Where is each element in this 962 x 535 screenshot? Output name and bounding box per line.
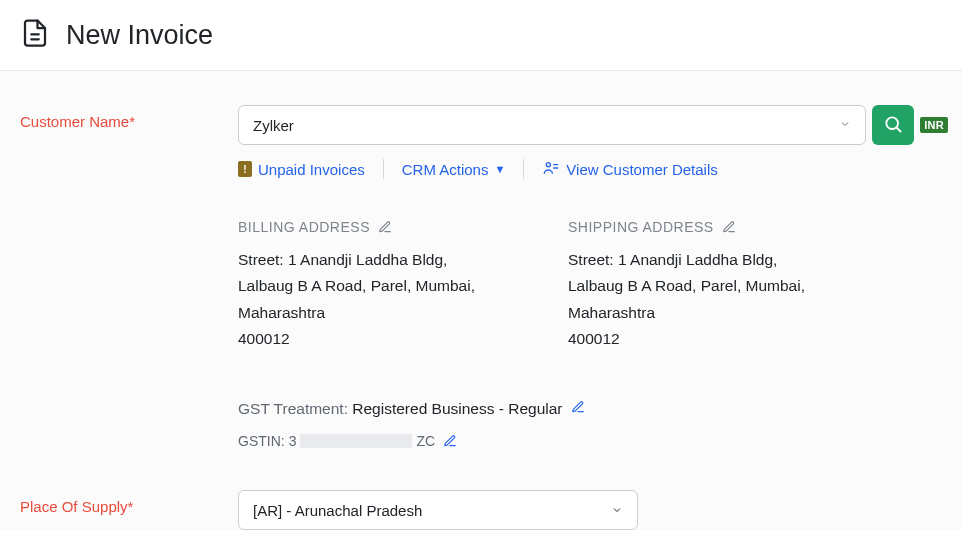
- billing-address-block: BILLING ADDRESS Street: 1 Anandji Laddha…: [238, 219, 508, 352]
- crm-actions-dropdown[interactable]: CRM Actions ▼: [384, 161, 524, 178]
- place-of-supply-row: Place Of Supply* [AR] - Arunachal Prades…: [20, 490, 948, 530]
- view-customer-details-label: View Customer Details: [566, 161, 717, 178]
- place-of-supply-label: Place Of Supply*: [20, 498, 133, 515]
- gst-treatment-value: Registered Business - Regular: [352, 400, 562, 417]
- invoice-file-icon: [20, 18, 50, 52]
- page-title: New Invoice: [66, 20, 213, 51]
- shipping-address-text: Street: 1 Anandji Laddha Bldg, Lalbaug B…: [568, 247, 838, 352]
- edit-gstin-button[interactable]: [443, 434, 457, 448]
- warning-icon: !: [238, 161, 252, 177]
- place-of-supply-value: [AR] - Arunachal Pradesh: [253, 502, 422, 519]
- place-of-supply-select[interactable]: [AR] - Arunachal Pradesh: [238, 490, 638, 530]
- edit-shipping-button[interactable]: [722, 220, 736, 234]
- edit-billing-button[interactable]: [378, 220, 392, 234]
- view-customer-details-link[interactable]: View Customer Details: [524, 160, 735, 179]
- gstin-suffix: ZC: [416, 428, 435, 455]
- billing-line: Lalbaug B A Road, Parel, Mumbai,: [238, 273, 508, 299]
- chevron-down-icon: [839, 117, 851, 133]
- billing-address-text: Street: 1 Anandji Laddha Bldg, Lalbaug B…: [238, 247, 508, 352]
- billing-line: Maharashtra: [238, 300, 508, 326]
- shipping-line: Street: 1 Anandji Laddha Bldg,: [568, 247, 838, 273]
- page-header: New Invoice: [0, 0, 962, 71]
- svg-line-3: [897, 127, 901, 131]
- gstin-row: GSTIN: 3 ZC: [238, 428, 948, 455]
- customer-name-label: Customer Name*: [20, 113, 135, 130]
- form-content: Customer Name* Zylker INR: [0, 71, 962, 530]
- shipping-address-title: SHIPPING ADDRESS: [568, 219, 714, 235]
- currency-badge: INR: [920, 117, 948, 133]
- search-icon: [883, 114, 903, 137]
- chevron-down-icon: [611, 502, 623, 519]
- unpaid-invoices-label: Unpaid Invoices: [258, 161, 365, 178]
- shipping-line: Maharashtra: [568, 300, 838, 326]
- customer-link-bar: ! Unpaid Invoices CRM Actions ▼ View Cus…: [238, 159, 948, 179]
- addresses-section: BILLING ADDRESS Street: 1 Anandji Laddha…: [238, 219, 948, 352]
- gstin-label: GSTIN:: [238, 428, 285, 455]
- gst-section: GST Treatment: Registered Business - Reg…: [238, 394, 948, 454]
- shipping-line: Lalbaug B A Road, Parel, Mumbai,: [568, 273, 838, 299]
- gst-treatment-label: GST Treatment:: [238, 400, 352, 417]
- gstin-prefix: 3: [289, 428, 297, 455]
- caret-down-icon: ▼: [494, 163, 505, 175]
- crm-actions-label: CRM Actions: [402, 161, 489, 178]
- unpaid-invoices-link[interactable]: ! Unpaid Invoices: [238, 161, 383, 178]
- user-details-icon: [542, 160, 560, 179]
- customer-name-select[interactable]: Zylker: [238, 105, 866, 145]
- billing-address-title: BILLING ADDRESS: [238, 219, 370, 235]
- edit-gst-treatment-button[interactable]: [571, 400, 585, 414]
- shipping-line: 400012: [568, 326, 838, 352]
- shipping-address-block: SHIPPING ADDRESS Street: 1 Anandji Laddh…: [568, 219, 838, 352]
- customer-name-value: Zylker: [253, 117, 294, 134]
- gst-treatment-row: GST Treatment: Registered Business - Reg…: [238, 394, 948, 423]
- gstin-masked-value: [300, 434, 412, 448]
- customer-name-row: Customer Name* Zylker INR: [20, 105, 948, 454]
- billing-line: 400012: [238, 326, 508, 352]
- customer-search-button[interactable]: [872, 105, 914, 145]
- svg-point-4: [547, 162, 551, 166]
- billing-line: Street: 1 Anandji Laddha Bldg,: [238, 247, 508, 273]
